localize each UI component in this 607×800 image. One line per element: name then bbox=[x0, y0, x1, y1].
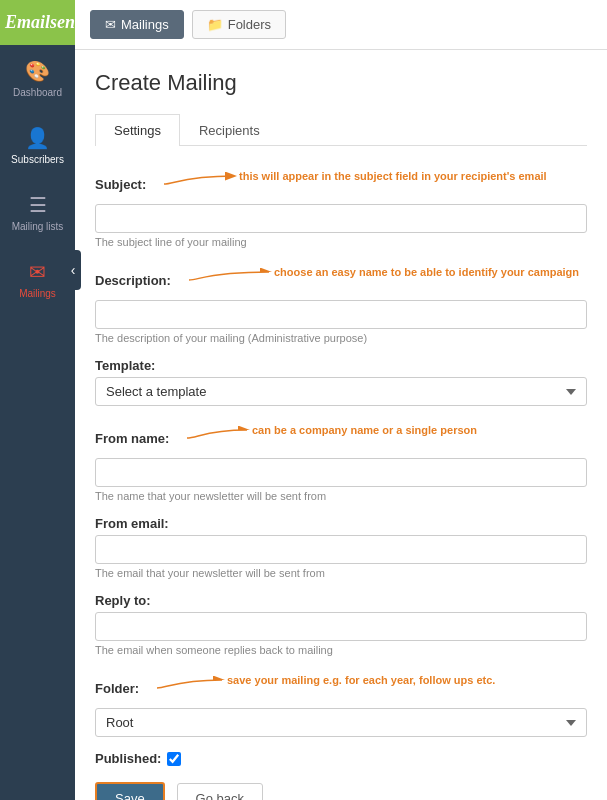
settings-tab-label: Settings bbox=[114, 123, 161, 138]
go-back-button[interactable]: Go back bbox=[177, 783, 263, 800]
from-name-annotation-arrow: can be a company name or a single person bbox=[177, 420, 417, 456]
folder-annotation-text: save your mailing e.g. for each year, fo… bbox=[227, 674, 495, 686]
folder-label: Folder: bbox=[95, 681, 139, 696]
description-annotation-arrow: choose an easy name to be able to identi… bbox=[179, 262, 449, 298]
sidebar-item-label: Subscribers bbox=[11, 154, 64, 165]
sidebar-item-subscribers[interactable]: 👤 Subscribers bbox=[0, 112, 75, 179]
sidebar-item-label: Mailings bbox=[19, 288, 56, 299]
sub-tab-settings[interactable]: Settings bbox=[95, 114, 180, 146]
subject-annotation-arrow: this will appear in the subject field in… bbox=[154, 166, 414, 202]
reply-to-hint: The email when someone replies back to m… bbox=[95, 644, 587, 656]
reply-to-label: Reply to: bbox=[95, 593, 587, 608]
from-name-hint: The name that your newsletter will be se… bbox=[95, 490, 587, 502]
sidebar-item-dashboard[interactable]: 🎨 Dashboard bbox=[0, 45, 75, 112]
description-group: Description: choose an easy name to be a… bbox=[95, 262, 587, 344]
folder-annotation-arrow: save your mailing e.g. for each year, fo… bbox=[147, 670, 417, 706]
subject-label: Subject: bbox=[95, 177, 146, 192]
form-actions: Save Go back bbox=[95, 782, 587, 800]
published-checkbox[interactable] bbox=[167, 752, 181, 766]
sub-tabs: Settings Recipients bbox=[95, 114, 587, 146]
app-logo: Emailsend bbox=[0, 0, 75, 45]
dashboard-icon: 🎨 bbox=[25, 59, 50, 83]
subscribers-icon: 👤 bbox=[25, 126, 50, 150]
sidebar-item-mailing-lists[interactable]: ☰ Mailing lists bbox=[0, 179, 75, 246]
sidebar: Emailsend 🎨 Dashboard 👤 Subscribers ☰ Ma… bbox=[0, 0, 75, 800]
from-email-input[interactable] bbox=[95, 535, 587, 564]
template-select[interactable]: Select a template bbox=[95, 377, 587, 406]
page-title: Create Mailing bbox=[95, 70, 587, 96]
save-button[interactable]: Save bbox=[95, 782, 165, 800]
tab-mailings[interactable]: ✉ Mailings bbox=[90, 10, 184, 39]
description-annotation-text: choose an easy name to be able to identi… bbox=[274, 266, 579, 278]
description-input[interactable] bbox=[95, 300, 587, 329]
subject-hint: The subject line of your mailing bbox=[95, 236, 587, 248]
description-label: Description: bbox=[95, 273, 171, 288]
page-content: Create Mailing Settings Recipients Subje… bbox=[75, 50, 607, 800]
subject-annotation-text: this will appear in the subject field in… bbox=[239, 170, 547, 182]
folder-group: Folder: save your mailing e.g. for each … bbox=[95, 670, 587, 737]
from-email-hint: The email that your newsletter will be s… bbox=[95, 567, 587, 579]
template-group: Template: Select a template bbox=[95, 358, 587, 406]
folders-tab-label: Folders bbox=[228, 17, 271, 32]
sub-tab-recipients[interactable]: Recipients bbox=[180, 114, 279, 146]
mailing-lists-icon: ☰ bbox=[29, 193, 47, 217]
sidebar-item-mailings[interactable]: ✉ Mailings bbox=[0, 246, 75, 313]
reply-to-input[interactable] bbox=[95, 612, 587, 641]
folders-tab-icon: 📁 bbox=[207, 17, 223, 32]
subject-input[interactable] bbox=[95, 204, 587, 233]
tab-folders[interactable]: 📁 Folders bbox=[192, 10, 286, 39]
subject-group: Subject: this will appear in the subject… bbox=[95, 166, 587, 248]
published-label: Published: bbox=[95, 751, 161, 766]
mailings-tab-icon: ✉ bbox=[105, 17, 116, 32]
from-name-label: From name: bbox=[95, 431, 169, 446]
mailings-icon: ✉ bbox=[29, 260, 46, 284]
top-nav: ✉ Mailings 📁 Folders bbox=[75, 0, 607, 50]
sidebar-toggle[interactable]: ‹ bbox=[65, 250, 81, 290]
main-content: ✉ Mailings 📁 Folders Create Mailing Sett… bbox=[75, 0, 607, 800]
mailings-tab-label: Mailings bbox=[121, 17, 169, 32]
from-email-label: From email: bbox=[95, 516, 587, 531]
description-hint: The description of your mailing (Adminis… bbox=[95, 332, 587, 344]
from-email-group: From email: The email that your newslett… bbox=[95, 516, 587, 579]
from-name-annotation-text: can be a company name or a single person bbox=[252, 424, 477, 436]
from-name-input[interactable] bbox=[95, 458, 587, 487]
from-name-group: From name: can be a company name or a si… bbox=[95, 420, 587, 502]
reply-to-group: Reply to: The email when someone replies… bbox=[95, 593, 587, 656]
folder-select[interactable]: Root bbox=[95, 708, 587, 737]
sidebar-item-label: Mailing lists bbox=[12, 221, 64, 232]
template-label: Template: bbox=[95, 358, 587, 373]
recipients-tab-label: Recipients bbox=[199, 123, 260, 138]
published-group: Published: bbox=[95, 751, 587, 766]
sidebar-item-label: Dashboard bbox=[13, 87, 62, 98]
